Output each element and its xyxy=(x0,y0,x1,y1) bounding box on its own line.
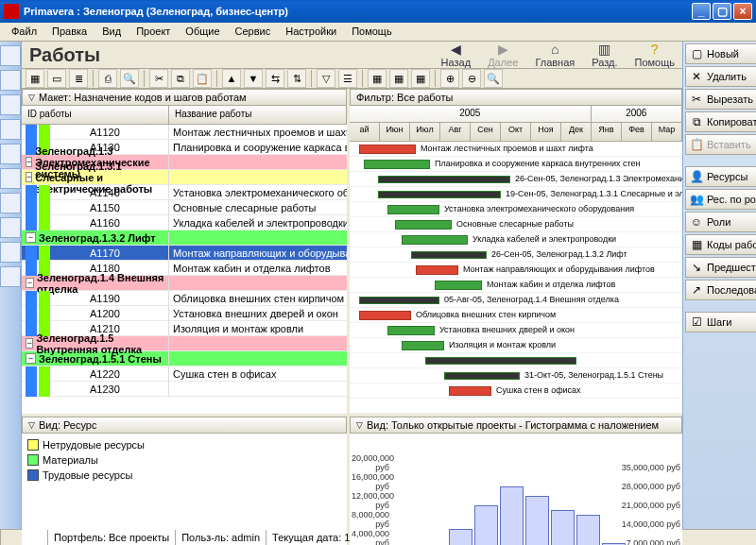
col-id[interactable]: ID работы xyxy=(22,106,169,124)
gantt-bar[interactable] xyxy=(359,297,439,304)
wbs-row[interactable]: −Зеленоград.1.4 Внешняя отделка xyxy=(22,276,347,291)
tb-copy[interactable]: ⧉ xyxy=(171,69,190,88)
menu-file[interactable]: Файл xyxy=(4,23,44,41)
activity-row[interactable]: A1170Монтаж направляющих и оборудывания … xyxy=(22,246,347,261)
tb-c[interactable]: ⇆ xyxy=(266,69,284,88)
action-new[interactable]: ▢Новый xyxy=(685,43,756,64)
side-btn-2[interactable] xyxy=(0,70,21,91)
menu-view[interactable]: Вид xyxy=(94,23,129,41)
gantt-bar[interactable] xyxy=(416,265,458,275)
collapse-icon[interactable]: − xyxy=(26,278,34,288)
nav-forward[interactable]: ▶Далее xyxy=(488,42,518,68)
tb-e[interactable]: ☰ xyxy=(338,69,357,88)
nav-dir[interactable]: ▥Разд. xyxy=(592,42,617,68)
action-predecessors[interactable]: ↘Предшествен... xyxy=(685,257,756,278)
tb-h[interactable]: ▦ xyxy=(411,69,430,88)
tb-preview[interactable]: 🔍 xyxy=(120,69,139,88)
close-button[interactable]: × xyxy=(733,3,752,20)
action-copy[interactable]: ⧉Копировать xyxy=(685,111,756,132)
side-btn-9[interactable] xyxy=(0,242,21,263)
action-steps[interactable]: ☑Шаги xyxy=(685,312,756,332)
tb-paste[interactable]: 📋 xyxy=(193,69,212,88)
gantt-bar[interactable] xyxy=(444,372,520,380)
gantt-bar[interactable] xyxy=(378,176,510,183)
tb-f[interactable]: ▦ xyxy=(368,69,387,88)
tb-a[interactable]: ▲ xyxy=(222,69,241,88)
activity-row[interactable]: A1220Сушка стен в офисах xyxy=(22,366,347,382)
gantt-bar[interactable] xyxy=(364,160,430,169)
tb-b[interactable]: ▼ xyxy=(244,69,263,88)
wbs-row[interactable]: −Зеленоград.1.5.1 Стены xyxy=(22,351,347,366)
tb-filter[interactable]: ▽ xyxy=(317,69,335,88)
side-btn-1[interactable] xyxy=(0,45,21,66)
gantt-bar[interactable] xyxy=(387,205,439,214)
activity-row[interactable]: A1160Укладка кабелей и электропроводки xyxy=(22,215,347,230)
action-roles[interactable]: ☺Роли xyxy=(685,212,756,232)
side-btn-8[interactable] xyxy=(0,217,21,238)
collapse-icon[interactable]: − xyxy=(26,232,36,243)
gantt-bar[interactable] xyxy=(411,251,487,259)
action-successors[interactable]: ↗Последователи xyxy=(685,280,756,300)
side-btn-5[interactable] xyxy=(0,144,21,164)
activity-row[interactable]: A1190Облицовка внешних стен кирпичом xyxy=(22,291,347,306)
collapse-icon[interactable]: − xyxy=(26,172,32,182)
gantt-bar[interactable] xyxy=(449,386,491,396)
nav-help[interactable]: ?Помощь xyxy=(635,42,676,68)
tb-2[interactable]: ▭ xyxy=(47,69,66,88)
menu-admin[interactable]: Настройки xyxy=(278,23,344,41)
menu-edit[interactable]: Правка xyxy=(44,23,94,41)
tb-3[interactable]: ≣ xyxy=(69,69,88,88)
filter-header[interactable]: Фильтр: Все работы xyxy=(350,89,682,106)
menu-help[interactable]: Помощь xyxy=(344,23,400,41)
side-btn-3[interactable] xyxy=(0,94,21,115)
gantt-bar[interactable] xyxy=(402,341,444,350)
gantt-bar[interactable] xyxy=(435,281,482,290)
tb-cut[interactable]: ✂ xyxy=(149,69,168,88)
gantt-bar[interactable] xyxy=(378,191,501,198)
action-delete[interactable]: ✕Удалить xyxy=(685,66,756,87)
tb-zoomin[interactable]: ⊕ xyxy=(440,69,459,88)
col-name[interactable]: Название работы xyxy=(169,106,347,124)
tb-zoomout[interactable]: ⊖ xyxy=(462,69,481,88)
action-cut[interactable]: ✂Вырезать xyxy=(685,89,756,110)
activity-row[interactable]: A1150Основные слесарные работы xyxy=(22,200,347,215)
maximize-button[interactable]: ▢ xyxy=(713,3,731,20)
gantt-bar[interactable] xyxy=(387,326,435,335)
menu-tools[interactable]: Сервис xyxy=(228,23,279,41)
histogram-chart[interactable]: 4,000,000 руб8,000,000 руб12,000,000 руб… xyxy=(350,434,682,545)
tb-zoom[interactable]: 🔍 xyxy=(484,69,503,88)
activity-row[interactable]: A1140Установка электромеханического обор… xyxy=(22,185,347,200)
chart-view-header[interactable]: ▽Вид: Только открытые проекты - Гистогра… xyxy=(350,417,682,434)
action-res-by-role[interactable]: 👥Рес. по роли xyxy=(685,189,756,210)
gantt-bar[interactable] xyxy=(395,220,452,230)
collapse-icon[interactable]: − xyxy=(26,338,33,349)
tb-print[interactable]: ⎙ xyxy=(98,69,117,88)
nav-home[interactable]: ⌂Главная xyxy=(535,42,575,68)
collapse-icon[interactable]: − xyxy=(26,353,36,364)
menu-project[interactable]: Проект xyxy=(129,23,178,41)
resource-view-header[interactable]: ▽Вид: Ресурс xyxy=(22,417,347,434)
side-btn-6[interactable] xyxy=(0,168,21,189)
layout-header[interactable]: ▽Макет: Назначение кодов и шагов работам xyxy=(22,89,347,106)
action-codes[interactable]: ▦Коды работ xyxy=(685,234,756,255)
side-btn-10[interactable] xyxy=(0,266,21,287)
menu-enterprise[interactable]: Общие xyxy=(178,23,227,41)
wbs-row[interactable]: −Зеленоград.1.5 Внутренняя отделка xyxy=(22,336,347,351)
action-resources[interactable]: 👤Ресурсы xyxy=(685,166,756,187)
gantt-bar[interactable] xyxy=(359,311,411,320)
side-btn-7[interactable] xyxy=(0,193,21,213)
tb-d[interactable]: ⇅ xyxy=(287,69,306,88)
wbs-row[interactable]: −Зеленоград.1.3.2 Лифт xyxy=(22,230,347,246)
minimize-button[interactable]: _ xyxy=(692,3,711,20)
tb-g[interactable]: ▦ xyxy=(389,69,408,88)
gantt-bar[interactable] xyxy=(425,357,576,365)
gantt-bar[interactable] xyxy=(359,145,416,154)
activity-row[interactable]: A1120Монтаж лестничных проемов и шахт ли… xyxy=(22,125,347,140)
side-btn-4[interactable] xyxy=(0,119,21,140)
wbs-row[interactable]: −Зеленоград.1.3.1 Слесарные и электричес… xyxy=(22,170,347,185)
gantt-bar[interactable] xyxy=(402,235,468,245)
tb-1[interactable]: ▦ xyxy=(26,69,44,88)
activity-row[interactable]: A1200Установка внешних дверей и окон xyxy=(22,306,347,321)
nav-back[interactable]: ◀Назад xyxy=(441,42,472,68)
gantt-body[interactable]: Монтаж лестничных проемов и шахт лифтаПл… xyxy=(350,142,682,414)
